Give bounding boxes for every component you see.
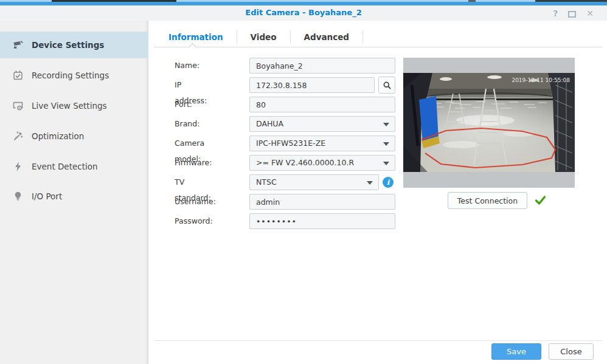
tab-underline [154, 47, 602, 47]
sidebar-item-device-settings[interactable]: Device Settings [0, 32, 148, 58]
sidebar-item-label: I/O Port [32, 191, 62, 201]
ip-address-input[interactable] [249, 77, 375, 93]
sidebar-item-label: Event Detection [32, 162, 98, 171]
name-label: Name: [175, 58, 199, 74]
camera-model-select[interactable]: IPC-HFW5231E-ZE [249, 136, 395, 151]
sidebar-item-io-port[interactable]: I/O Port [0, 183, 148, 210]
monitor-camera-icon [12, 100, 24, 111]
tab-advanced[interactable]: Advanced [291, 32, 362, 42]
tab-separator [362, 30, 363, 44]
tab-video[interactable]: Video [237, 32, 290, 42]
sidebar-item-label: Recording Settings [32, 70, 109, 80]
edit-camera-dialog: Edit Camera - Boyahane_2 ? ✕ Device Sett… [0, 0, 607, 364]
settings-sidebar: Device Settings Recording Settings Live … [0, 21, 148, 364]
maximize-icon[interactable] [568, 11, 576, 18]
search-icon [383, 81, 392, 90]
chevron-down-icon [383, 123, 389, 129]
dialog-titlebar: Edit Camera - Boyahane_2 ? ✕ [0, 5, 607, 21]
lightbulb-icon [12, 191, 24, 202]
chevron-down-icon [383, 142, 389, 149]
username-input[interactable] [249, 194, 395, 210]
tab-information[interactable]: Information [155, 32, 237, 42]
information-panel: Information Video Advanced Name: IP addr… [149, 21, 607, 364]
firmware-select-value: >= FW V2.460.0000.10.R [256, 158, 354, 167]
firmware-label: Firmware: [175, 155, 212, 171]
lightning-icon [12, 161, 24, 172]
magic-wand-icon [12, 131, 24, 142]
password-label: Password: [175, 213, 213, 229]
test-connection-button[interactable]: Test Connection [448, 192, 527, 209]
camera-preview-image: 2019-12-11 10:55:08 [403, 73, 575, 172]
camera-preview-container: 2019-12-11 10:55:08 [403, 58, 575, 188]
tab-bar: Information Video Advanced [155, 27, 363, 47]
username-label: Username: [175, 194, 216, 210]
sidebar-item-live-view-settings[interactable]: Live View Settings [0, 92, 148, 119]
camera-timestamp: 2019-12-11 10:55:08 [512, 77, 570, 83]
footer-divider [154, 340, 602, 341]
tv-standard-select[interactable]: NTSC [249, 174, 379, 190]
sidebar-item-event-detection[interactable]: Event Detection [0, 153, 148, 180]
sidebar-item-label: Live View Settings [32, 101, 107, 111]
sidebar-item-label: Optimization [32, 131, 84, 141]
tv-standard-select-value: NTSC [256, 177, 277, 187]
connection-success-check-icon [535, 195, 546, 205]
cctv-camera-icon [12, 39, 24, 50]
help-icon[interactable]: ? [553, 9, 558, 18]
save-button[interactable]: Save [491, 343, 541, 360]
name-input[interactable] [249, 58, 395, 74]
camera-model-select-value: IPC-HFW5231E-ZE [256, 139, 325, 148]
close-button[interactable]: Close [549, 343, 594, 360]
close-icon[interactable]: ✕ [586, 9, 594, 18]
sidebar-item-label: Device Settings [32, 40, 104, 50]
calendar-check-icon [12, 70, 24, 81]
chevron-down-icon [367, 181, 373, 188]
brand-select[interactable]: DAHUA [249, 116, 395, 132]
chevron-down-icon [383, 162, 389, 168]
search-camera-button[interactable] [378, 77, 395, 94]
firmware-select[interactable]: >= FW V2.460.0000.10.R [249, 155, 395, 171]
brand-label: Brand: [175, 116, 199, 132]
port-input[interactable] [249, 97, 395, 112]
sidebar-item-optimization[interactable]: Optimization [0, 123, 148, 149]
dialog-title: Edit Camera - Boyahane_2 [0, 8, 607, 17]
brand-select-value: DAHUA [256, 119, 283, 128]
port-label: Port: [175, 97, 192, 112]
info-icon[interactable]: i [383, 177, 394, 188]
sidebar-item-recording-settings[interactable]: Recording Settings [0, 62, 148, 89]
password-input[interactable] [249, 213, 395, 229]
